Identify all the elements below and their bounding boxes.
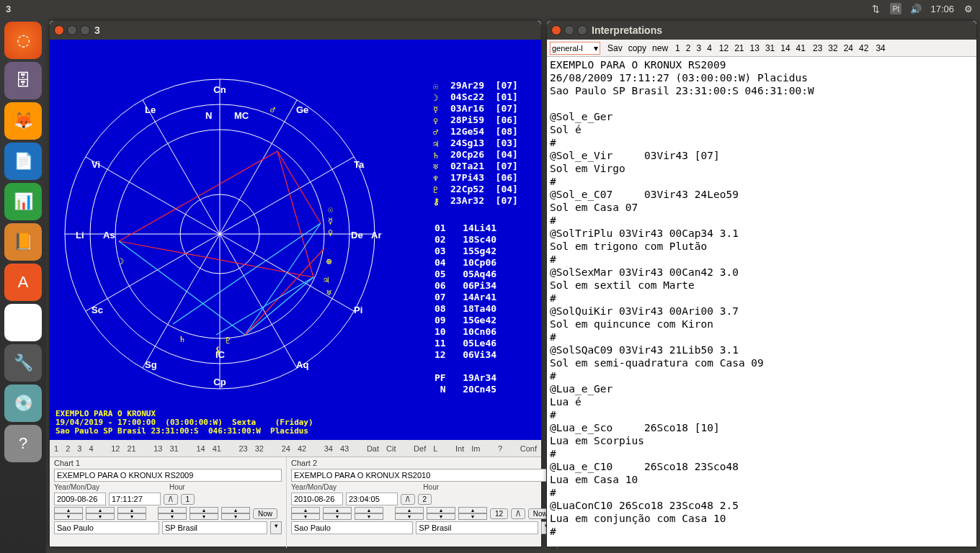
ymd-spinner[interactable]: ▴▾ (323, 507, 352, 520)
chart-name-input[interactable] (54, 469, 282, 482)
interp-btn-24[interactable]: 24 (844, 43, 853, 53)
now-button[interactable]: Now (253, 508, 277, 519)
ymd-spinner[interactable]: ▴▾ (86, 507, 115, 520)
num-button[interactable]: 1 (181, 494, 195, 505)
interp-btn-23[interactable]: 23 (813, 43, 822, 53)
aux2-button[interactable]: /\ (511, 508, 525, 519)
interp-btn-32[interactable]: 32 (828, 43, 837, 53)
ymd-input[interactable] (291, 493, 343, 505)
city-input[interactable] (291, 521, 413, 534)
interp-window-titlebar[interactable]: Interpretations (547, 21, 976, 40)
network-icon[interactable]: ⇅ (870, 3, 881, 14)
interp-combo-input[interactable] (552, 44, 592, 53)
ymd-spinner[interactable]: ▴▾ (117, 507, 146, 520)
tab-conf[interactable]: Conf (520, 444, 537, 453)
chart-window-titlebar[interactable]: 3 (50, 21, 541, 40)
tab-?[interactable]: ? (498, 444, 502, 453)
hour-spinner[interactable]: ▴▾ (395, 507, 424, 520)
interp-combo[interactable]: ▾ (550, 42, 600, 55)
interp-btn-4[interactable]: 4 (707, 43, 712, 53)
tab-31[interactable]: 31 (170, 444, 179, 453)
region-input[interactable] (162, 521, 267, 534)
interp-btn-13[interactable]: 13 (750, 43, 760, 53)
amazon-icon[interactable]: a (4, 304, 42, 341)
tab-int[interactable]: Int (455, 444, 464, 453)
interp-btn-1[interactable]: 1 (675, 43, 680, 53)
aux1-button[interactable]: 12 (490, 508, 508, 519)
ymd-spinner[interactable]: ▴▾ (355, 507, 383, 520)
ymd-spinner[interactable]: ▴▾ (54, 507, 83, 520)
hour-spinner[interactable]: ▴▾ (158, 507, 187, 520)
hour-spinner[interactable]: ▴▾ (190, 507, 218, 520)
interp-text-body[interactable]: EXEMPLO PARA O KRONUX RS2009 26/08/2009 … (547, 57, 976, 547)
close-icon[interactable] (54, 25, 64, 35)
tab-21[interactable]: 21 (127, 444, 135, 453)
software-icon[interactable]: A (4, 264, 42, 301)
settings-icon[interactable]: 🔧 (4, 344, 42, 382)
interp-btn-31[interactable]: 31 (765, 43, 775, 53)
gear-icon[interactable]: ⚙ (963, 3, 974, 14)
hour-input[interactable] (109, 493, 161, 505)
disk-icon[interactable]: 💿 (4, 385, 42, 422)
minimize-icon[interactable] (67, 25, 77, 35)
maximize-icon[interactable] (577, 25, 587, 35)
tab-12[interactable]: 12 (111, 444, 120, 453)
interp-btn-3[interactable]: 3 (696, 43, 701, 53)
tab-23[interactable]: 23 (239, 444, 248, 453)
interp-btn-41[interactable]: 41 (796, 43, 806, 53)
interp-btn-2[interactable]: 2 (686, 43, 691, 53)
tab-32[interactable]: 32 (255, 444, 264, 453)
writer-icon[interactable]: 📄 (4, 143, 42, 180)
tab-cit[interactable]: Cit (386, 444, 396, 453)
tab-43[interactable]: 43 (340, 444, 349, 453)
hour-spinner[interactable]: ▴▾ (458, 507, 487, 520)
clock[interactable]: 17:06 (930, 4, 954, 14)
tab-4[interactable]: 4 (89, 444, 93, 453)
tab-3[interactable]: 3 (77, 444, 81, 453)
firefox-icon[interactable]: 🦊 (4, 102, 42, 140)
tab-2[interactable]: 2 (66, 444, 70, 453)
interp-btn-copy[interactable]: copy (628, 43, 646, 53)
tab-1[interactable]: 1 (54, 444, 58, 453)
tab-def[interactable]: Def (414, 444, 426, 453)
interp-btn-12[interactable]: 12 (719, 43, 729, 53)
files-icon[interactable]: 🗄 (4, 62, 42, 99)
keyboard-indicator[interactable]: Pt (890, 3, 901, 14)
up-button[interactable]: /\ (401, 494, 415, 505)
interp-btn-new[interactable]: new (652, 43, 668, 53)
tab-l[interactable]: L (433, 444, 437, 453)
tab-13[interactable]: 13 (153, 444, 162, 453)
region-input[interactable] (416, 521, 538, 534)
help-icon[interactable]: ? (4, 425, 42, 462)
interp-btn-sav[interactable]: Sav (607, 43, 623, 53)
hour-spinner[interactable]: ▴▾ (221, 507, 250, 520)
interp-btn-34[interactable]: 34 (876, 43, 885, 53)
ymd-spinner[interactable]: ▴▾ (291, 507, 320, 520)
tab-34[interactable]: 34 (324, 444, 333, 453)
maximize-icon[interactable] (80, 25, 90, 35)
tab-24[interactable]: 24 (282, 444, 290, 453)
ubuntu-dash-icon[interactable]: ◌ (4, 22, 42, 59)
city-input[interactable] (54, 521, 159, 534)
close-icon[interactable] (551, 25, 561, 35)
tab-dat[interactable]: Dat (367, 444, 379, 453)
hour-spinner[interactable]: ▴▾ (427, 507, 455, 520)
interp-btn-21[interactable]: 21 (734, 43, 744, 53)
minimize-icon[interactable] (564, 25, 574, 35)
tab-41[interactable]: 41 (213, 444, 221, 453)
calc-icon[interactable]: 📊 (4, 183, 42, 220)
chevron-down-icon[interactable]: ▾ (594, 43, 598, 53)
up-button[interactable]: /\ (164, 494, 178, 505)
chart-name-input[interactable] (291, 469, 553, 482)
interp-btn-42[interactable]: 42 (859, 43, 868, 53)
hour-input[interactable] (346, 493, 398, 505)
tab-14[interactable]: 14 (196, 444, 205, 453)
chevron-down-icon[interactable]: ▾ (270, 521, 282, 534)
ymd-input[interactable] (54, 493, 106, 505)
sound-icon[interactable]: 🔊 (910, 3, 922, 14)
impress-icon[interactable]: 📙 (4, 223, 42, 261)
tab-42[interactable]: 42 (298, 444, 306, 453)
tab-im[interactable]: Im (471, 444, 480, 453)
num-button[interactable]: 2 (418, 494, 432, 505)
interp-btn-14[interactable]: 14 (780, 43, 790, 53)
